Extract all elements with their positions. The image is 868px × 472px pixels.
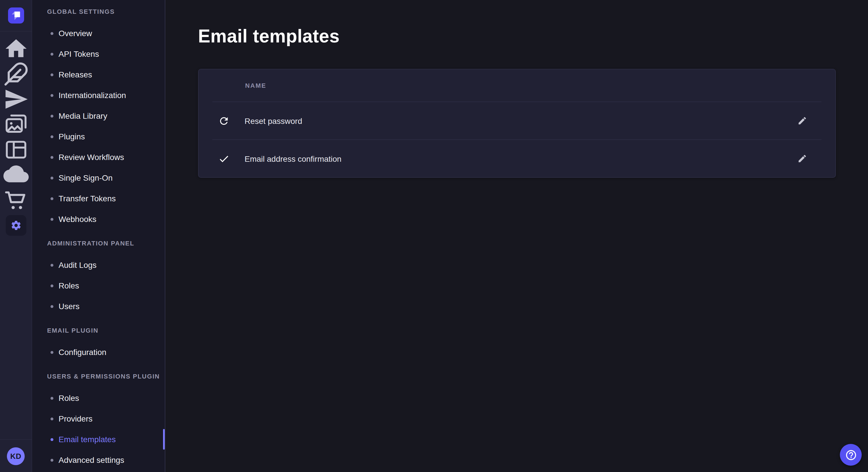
- nav-section-title: EMAIL PLUGIN: [32, 326, 165, 335]
- cart-icon: [3, 188, 28, 213]
- home-icon: [3, 36, 28, 61]
- sidebar-item-label: Configuration: [59, 347, 106, 357]
- nav-section-administration-panel: ADMINISTRATION PANELAudit LogsRolesUsers: [32, 239, 165, 316]
- sidebar-item-label: Internationalization: [59, 91, 126, 100]
- sidebar-item-label: Review Workflows: [59, 153, 124, 162]
- templates-card: NAME Reset passwordEmail address confirm…: [198, 69, 836, 178]
- sidebar-item-label: Overview: [59, 29, 92, 38]
- main-content: Email templates NAME Reset passwordEmail…: [165, 0, 868, 472]
- rail-item-feather[interactable]: [3, 61, 28, 87]
- help-button[interactable]: [840, 444, 862, 466]
- nav-section-title: ADMINISTRATION PANEL: [32, 239, 165, 248]
- sidebar-item-label: Roles: [59, 394, 79, 403]
- rail-item-home[interactable]: [3, 36, 28, 61]
- paper-plane-icon: [3, 87, 28, 112]
- table-header-row: NAME: [198, 69, 835, 102]
- sidebar-item-label: Audit Logs: [59, 260, 96, 270]
- active-indicator-bar: [163, 429, 165, 450]
- sidebar-item-review-workflows[interactable]: Review Workflows: [32, 147, 165, 167]
- settings-subnav: GLOBAL SETTINGSOverviewAPI TokensRelease…: [32, 0, 165, 472]
- pencil-icon: [797, 116, 807, 126]
- sidebar-item-label: Email templates: [59, 435, 116, 444]
- sidebar-item-label: Roles: [59, 281, 79, 290]
- sidebar-item-label: Single Sign-On: [59, 173, 113, 182]
- sidebar-item-internationalization[interactable]: Internationalization: [32, 85, 165, 105]
- sidebar-item-roles[interactable]: Roles: [32, 388, 165, 408]
- bullet-icon: [51, 32, 53, 35]
- sidebar-item-label: Media Library: [59, 111, 107, 121]
- sidebar-item-label: API Tokens: [59, 49, 99, 59]
- check-icon: [218, 153, 229, 164]
- sidebar-item-overview[interactable]: Overview: [32, 23, 165, 43]
- rail-item-cart[interactable]: [3, 188, 28, 213]
- table-row: Reset password: [198, 102, 835, 139]
- sidebar-item-email-templates[interactable]: Email templates: [32, 429, 165, 450]
- rail-item-cloud[interactable]: [3, 162, 28, 188]
- gear-icon: [10, 220, 22, 231]
- layout-icon: [3, 137, 28, 162]
- icon-rail: KD: [0, 0, 32, 472]
- bullet-icon: [51, 176, 53, 179]
- sidebar-item-media-library[interactable]: Media Library: [32, 105, 165, 126]
- sidebar-item-label: Releases: [59, 70, 92, 79]
- strapi-logo-button[interactable]: [8, 7, 24, 24]
- sidebar-item-plugins[interactable]: Plugins: [32, 126, 165, 147]
- pencil-icon: [797, 154, 807, 164]
- sidebar-item-advanced-settings[interactable]: Advanced settings: [32, 450, 165, 470]
- bullet-icon: [51, 73, 53, 76]
- rail-item-paper-plane[interactable]: [3, 87, 28, 112]
- sidebar-item-webhooks[interactable]: Webhooks: [32, 209, 165, 229]
- media-library-icon: [3, 112, 28, 137]
- sidebar-item-label: Users: [59, 302, 80, 311]
- feather-icon: [3, 61, 28, 87]
- bullet-icon: [51, 114, 53, 117]
- edit-template-button[interactable]: [793, 111, 811, 130]
- sidebar-item-configuration[interactable]: Configuration: [32, 342, 165, 363]
- rail-item-layout[interactable]: [3, 137, 28, 162]
- bullet-icon: [51, 459, 53, 461]
- sidebar-item-audit-logs[interactable]: Audit Logs: [32, 255, 165, 275]
- sidebar-item-label: Transfer Tokens: [59, 194, 116, 203]
- bullet-icon: [51, 197, 53, 200]
- bullet-icon: [51, 94, 53, 97]
- bullet-icon: [51, 264, 53, 266]
- bullet-icon: [51, 217, 53, 221]
- sidebar-item-providers[interactable]: Providers: [32, 408, 165, 429]
- sidebar-item-users[interactable]: Users: [32, 296, 165, 316]
- rail-nav: [0, 32, 32, 238]
- bullet-icon: [51, 397, 53, 400]
- refresh-icon: [218, 115, 229, 127]
- sidebar-item-roles[interactable]: Roles: [32, 275, 165, 296]
- nav-section-users-permissions-plugin: USERS & PERMISSIONS PLUGINRolesProviders…: [32, 372, 165, 470]
- sidebar-item-api-tokens[interactable]: API Tokens: [32, 43, 165, 64]
- sidebar-item-label: Webhooks: [59, 214, 96, 224]
- sidebar-item-single-sign-on[interactable]: Single Sign-On: [32, 167, 165, 188]
- avatar[interactable]: KD: [7, 447, 25, 465]
- nav-section-title: USERS & PERMISSIONS PLUGIN: [32, 372, 165, 381]
- sidebar-item-releases[interactable]: Releases: [32, 64, 165, 85]
- template-name: Email address confirmation: [245, 154, 793, 163]
- bullet-icon: [51, 156, 53, 159]
- nav-section-global-settings: GLOBAL SETTINGSOverviewAPI TokensRelease…: [32, 7, 165, 229]
- rail-item-media-library[interactable]: [3, 112, 28, 137]
- table-row: Email address confirmation: [198, 140, 835, 177]
- bullet-icon: [51, 417, 53, 420]
- cloud-icon: [3, 162, 28, 188]
- bullet-icon: [51, 284, 53, 287]
- template-name: Reset password: [245, 116, 793, 125]
- nav-section-email-plugin: EMAIL PLUGINConfiguration: [32, 326, 165, 363]
- question-circle-icon: [845, 449, 857, 461]
- rail-logo-area: [0, 0, 32, 32]
- sidebar-item-label: Plugins: [59, 132, 85, 141]
- rail-item-gear[interactable]: [3, 213, 28, 238]
- bullet-icon: [51, 351, 53, 353]
- sidebar-item-label: Advanced settings: [59, 456, 124, 465]
- bullet-icon: [51, 135, 53, 138]
- edit-template-button[interactable]: [793, 149, 811, 168]
- bullet-icon: [51, 53, 53, 55]
- sidebar-item-transfer-tokens[interactable]: Transfer Tokens: [32, 188, 165, 209]
- bullet-icon: [51, 438, 53, 441]
- bullet-icon: [51, 305, 53, 308]
- rail-footer: KD: [0, 439, 32, 472]
- strapi-logo-icon: [9, 9, 22, 22]
